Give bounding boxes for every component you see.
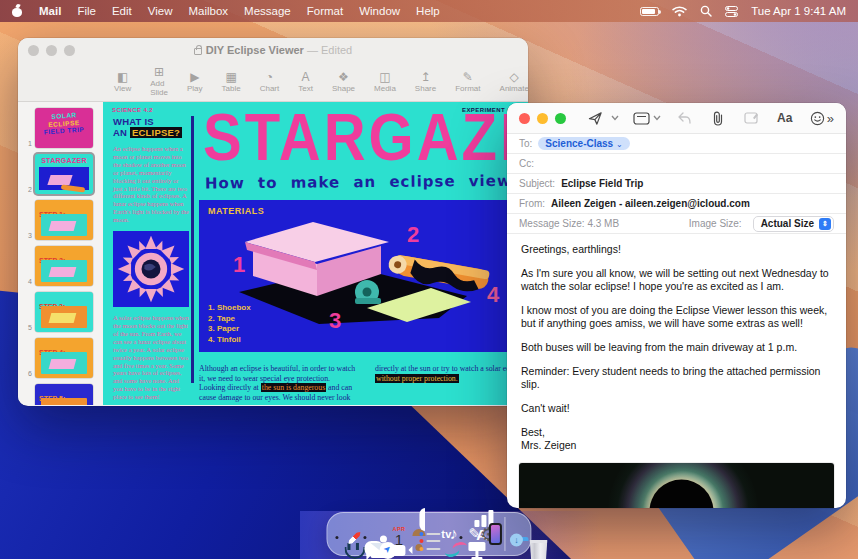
caution-text: Although an eclipse is beautiful, in ord… — [199, 364, 528, 403]
slide-paragraph-2: A solar eclipse happens when the moon bl… — [113, 314, 189, 401]
view-icon: ◧ — [117, 71, 128, 83]
header-fields-chevron-icon[interactable] — [653, 115, 661, 121]
cc-field[interactable]: Cc: — [507, 154, 846, 174]
slide-navigator: 1 SOLAR ECLIPSE FIELD TRIP 2 STARGAZER 3… — [18, 102, 103, 405]
toolbar-add-slide-button[interactable]: ⊞Add Slide — [150, 66, 168, 97]
menu-item-window[interactable]: Window — [359, 5, 400, 17]
wifi-icon[interactable] — [672, 6, 687, 17]
text-icon: A — [302, 71, 310, 83]
dock-icon-calendar[interactable]: APR1 — [392, 526, 405, 547]
menu-item-format[interactable]: Format — [307, 5, 343, 17]
menu-item-file[interactable]: File — [77, 5, 96, 17]
keynote-toolbar: ◧View ⊞Add Slide ▶Play ▦Table ◔Chart ATe… — [18, 62, 528, 102]
dock: APR1 tv ♪ ✎ A ⚙ — [326, 512, 531, 556]
slide-thumbnail-1[interactable]: SOLAR ECLIPSE FIELD TRIP — [35, 108, 93, 148]
menu-bar: Mail File Edit View Mailbox Message Form… — [0, 0, 858, 22]
toolbar-chart-button[interactable]: ◔Chart — [260, 71, 280, 93]
search-icon[interactable] — [700, 5, 712, 17]
add-slide-icon: ⊞ — [154, 66, 164, 78]
message-size-value: 4.3 MB — [587, 218, 619, 229]
header-fields-button[interactable] — [633, 112, 650, 125]
keynote-titlebar[interactable]: DIY Eclipse Viewer — Edited — [18, 38, 528, 62]
close-button[interactable] — [519, 113, 530, 124]
toolbar-share-button[interactable]: ↥Share — [415, 71, 436, 93]
materials-list: 1. Shoebox 2. Tape 3. Paper 4. Tinfoil — [208, 303, 251, 345]
materials-panel: MATERIALS 1 2 3 4 1. Shoebox 2. Tape 3. … — [199, 200, 519, 352]
slide-tag-science: SCIENCE 4.2 — [112, 107, 153, 113]
chart-icon: ◔ — [266, 71, 273, 83]
slide-title: STARGAZER — [203, 102, 528, 174]
toolbar-table-button[interactable]: ▦Table — [222, 71, 241, 93]
message-size-row: Message Size: 4.3 MB Image Size: Actual … — [507, 214, 846, 234]
minimize-button[interactable] — [537, 113, 548, 124]
menu-bar-clock[interactable]: Tue Apr 1 9:41 AM — [751, 5, 846, 17]
menu-item-edit[interactable]: Edit — [112, 5, 132, 17]
toolbar-media-button[interactable]: ◫Media — [374, 71, 396, 93]
mail-compose-window: Aa » To: Science-Class ⌄ Cc: Subject: Ec… — [507, 103, 846, 508]
slide-thumbnail-5[interactable]: STEP 3: — [35, 292, 93, 332]
format-button[interactable]: Aa — [777, 111, 792, 125]
attach-button[interactable] — [712, 111, 724, 126]
slide-canvas[interactable]: SCIENCE 4.2 EXPERIMENT #11 WHAT IS AN EC… — [103, 102, 528, 405]
material-number-4: 4 — [487, 282, 499, 308]
token-chevron-icon: ⌄ — [616, 140, 623, 149]
toolbar-animate-button[interactable]: ◇Animate — [500, 71, 528, 93]
recipient-token[interactable]: Science-Class ⌄ — [538, 137, 629, 150]
to-field[interactable]: To: Science-Class ⌄ — [507, 134, 846, 154]
material-number-2: 2 — [407, 222, 419, 248]
from-value: Aileen Zeigen - aileen.zeigen@icloud.com — [551, 198, 750, 209]
slide-subtitle: How to make an eclipse viewer! — [205, 172, 528, 193]
subject-field[interactable]: Subject: Eclipse Field Trip — [507, 174, 846, 194]
share-icon: ↥ — [420, 71, 430, 83]
dock-icon-reminders[interactable] — [420, 508, 426, 551]
table-icon: ▦ — [225, 71, 236, 83]
apple-menu-icon[interactable] — [12, 5, 23, 17]
toolbar-view-button[interactable]: ◧View — [114, 71, 131, 93]
keynote-window: DIY Eclipse Viewer — Edited ◧View ⊞Add S… — [18, 38, 528, 406]
slide-left-column: WHAT IS AN ECLIPSE? An eclipse happens w… — [113, 116, 189, 401]
from-field[interactable]: From: Aileen Zeigen - aileen.zeigen@iclo… — [507, 194, 846, 214]
menu-item-mail[interactable]: Mail — [39, 5, 61, 17]
slide-thumbnail-4[interactable]: STEP 2: — [35, 246, 93, 286]
materials-label: MATERIALS — [208, 206, 264, 216]
media-icon: ◫ — [379, 71, 390, 83]
control-center-icon[interactable] — [725, 6, 738, 17]
toolbar-play-button[interactable]: ▶Play — [187, 71, 203, 93]
slide-thumbnail-3[interactable]: STEP 1: — [35, 200, 93, 240]
dock-divider — [505, 517, 506, 551]
zoom-button[interactable] — [555, 113, 566, 124]
lock-icon — [194, 48, 202, 55]
menu-item-help[interactable]: Help — [416, 5, 440, 17]
toolbar-shape-button[interactable]: ❖Shape — [332, 71, 355, 93]
menu-item-message[interactable]: Message — [244, 5, 291, 17]
material-number-1: 1 — [233, 252, 245, 278]
slide-paragraph-1: An eclipse happens when a moon or planet… — [113, 145, 189, 224]
toolbar-text-button[interactable]: AText — [298, 71, 313, 93]
markup-button-disabled[interactable] — [744, 111, 759, 125]
slide-heading: WHAT IS AN ECLIPSE? — [113, 116, 189, 138]
send-button[interactable] — [588, 111, 603, 126]
menu-item-mailbox[interactable]: Mailbox — [188, 5, 228, 17]
shape-icon: ❖ — [338, 71, 349, 83]
sun-illustration — [113, 231, 189, 307]
slide-thumbnail-6[interactable]: STEP 4: — [35, 338, 93, 378]
battery-icon[interactable] — [640, 7, 659, 16]
message-body-editor[interactable]: Greetings, earthlings! As I'm sure you a… — [507, 234, 846, 452]
eclipse-image-attachment[interactable] — [519, 463, 834, 508]
play-icon: ▶ — [190, 71, 199, 83]
mail-toolbar-overflow-chevron[interactable]: » — [827, 111, 834, 126]
send-options-chevron-icon[interactable] — [611, 115, 619, 121]
format-icon: ✎ — [463, 71, 473, 83]
slide-stargazer[interactable]: SCIENCE 4.2 EXPERIMENT #11 WHAT IS AN EC… — [103, 102, 528, 405]
reply-button-disabled[interactable] — [677, 112, 692, 124]
animate-icon: ◇ — [510, 71, 519, 83]
slide-thumbnail-7[interactable]: STEP 5: — [35, 384, 93, 405]
slide-thumbnail-2-selected[interactable]: STARGAZER — [35, 154, 93, 194]
toolbar-format-button[interactable]: ✎Format — [455, 71, 480, 93]
subject-value: Eclipse Field Trip — [561, 178, 643, 189]
mail-toolbar[interactable]: Aa » — [507, 103, 846, 134]
image-size-select[interactable]: Actual Size ⇕ — [753, 216, 834, 232]
emoji-button[interactable] — [810, 111, 825, 126]
menu-item-view[interactable]: View — [148, 5, 173, 17]
material-number-3: 3 — [329, 308, 341, 334]
